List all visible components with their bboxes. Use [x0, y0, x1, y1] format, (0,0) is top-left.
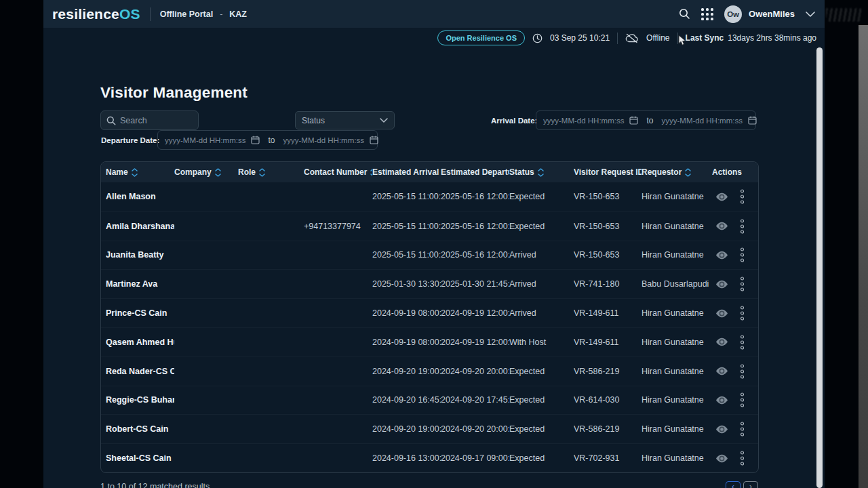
current-datetime: 03 Sep 25 10:21: [550, 33, 610, 43]
view-icon[interactable]: [715, 454, 728, 463]
calendar-icon[interactable]: [370, 136, 378, 144]
view-icon[interactable]: [715, 222, 728, 230]
calendar-icon[interactable]: [251, 136, 260, 144]
column-header-name[interactable]: Name: [106, 167, 174, 177]
kebab-menu-icon[interactable]: [740, 364, 745, 379]
view-icon[interactable]: [715, 280, 728, 289]
table-row[interactable]: Reda Nader-CS Ca 2024-09-20 19:00:00 202…: [101, 357, 758, 386]
table-body: Allen Mason 2025-05-15 11:00:00 2025-05-…: [101, 182, 758, 472]
cell-requestor: Hiran Gunatatne: [642, 367, 712, 376]
cell-actions: [712, 392, 758, 407]
calendar-icon[interactable]: [748, 116, 757, 125]
app-window: resilienceOS Offline Portal - KAZ Ow Owe…: [43, 0, 825, 488]
cell-actions: [712, 451, 758, 466]
calendar-icon[interactable]: [629, 116, 638, 125]
view-icon[interactable]: [715, 367, 728, 375]
cell-estimated-arrival: 2024-09-20 19:00:00: [372, 367, 441, 376]
vertical-scrollbar-thumb[interactable]: [816, 47, 823, 488]
kebab-menu-icon[interactable]: [740, 277, 745, 291]
column-header-status[interactable]: Status: [509, 167, 574, 177]
cell-status: With Host: [509, 338, 574, 347]
search-icon[interactable]: [679, 8, 690, 20]
column-header-contact-number[interactable]: Contact Number: [304, 167, 372, 177]
column-header-visitor-request-id[interactable]: Visitor Request ID: [574, 167, 642, 177]
sort-icon: [132, 168, 138, 177]
column-header-requestor[interactable]: Requestor: [642, 167, 712, 177]
arrival-to-input[interactable]: yyyy-MM-dd HH:mm:ss: [661, 117, 742, 125]
page-title: Visitor Management: [100, 84, 248, 102]
kebab-menu-icon[interactable]: [740, 306, 745, 321]
departure-from-input[interactable]: yyyy-MM-dd HH:mm:ss: [165, 136, 245, 144]
column-header-actions: Actions: [712, 167, 758, 177]
table-row[interactable]: Martinez Ava 2025-01-30 13:30:00 2025-01…: [101, 269, 758, 298]
table-row[interactable]: Reggie-CS Buhari 2024-09-20 16:45:00 202…: [101, 386, 758, 415]
cell-status: Expected: [509, 424, 574, 434]
kebab-menu-icon[interactable]: [740, 422, 745, 436]
table-row[interactable]: Amila Dharshana +94713377974 2025-05-15 …: [101, 211, 758, 241]
kebab-menu-icon[interactable]: [740, 247, 745, 262]
cell-requestor: Hiran Gunatatne: [642, 453, 712, 463]
kebab-menu-icon[interactable]: [740, 189, 745, 204]
cell-requestor: Hiran Gunatatne: [642, 424, 712, 434]
brand-logo: resilienceOS: [52, 6, 140, 22]
table-row[interactable]: Allen Mason 2025-05-15 11:00:00 2025-05-…: [101, 182, 758, 211]
sort-icon: [259, 168, 265, 177]
brand-prefix: resilience: [52, 6, 119, 22]
portal-label: Offline Portal: [160, 9, 213, 19]
clock-icon: [532, 33, 542, 43]
cell-status: Arrived: [509, 250, 574, 260]
site-code[interactable]: KAZ: [229, 9, 247, 19]
cell-requestor: Hiran Gunatatne: [642, 192, 712, 201]
user-name[interactable]: OwenMiles: [749, 9, 795, 19]
column-header-estimated-arrival-date[interactable]: Estimated Arrival Date: [372, 167, 441, 177]
view-icon[interactable]: [715, 251, 728, 260]
chevron-down-icon[interactable]: [806, 12, 815, 17]
kebab-menu-icon[interactable]: [740, 392, 745, 407]
arrival-from-input[interactable]: yyyy-MM-dd HH:mm:ss: [543, 117, 624, 125]
kebab-menu-icon[interactable]: [740, 451, 745, 466]
departure-date-label: Departure Date:: [101, 136, 159, 144]
pagination-prev-button[interactable]: ‹: [726, 481, 741, 488]
departure-to-input[interactable]: yyyy-MM-dd HH:mm:ss: [283, 136, 363, 144]
cell-visitor-request-id: VR-150-653: [574, 250, 642, 260]
view-icon[interactable]: [715, 425, 728, 434]
open-resilience-os-button[interactable]: Open Resilience OS: [437, 30, 525, 45]
column-header-estimated-departure-date[interactable]: Estimated Departure Date: [441, 167, 509, 177]
cell-requestor: Hiran Gunatatne: [642, 395, 712, 405]
table-row[interactable]: Juanita Beatty 2025-05-15 11:00:00 2025-…: [101, 241, 758, 270]
arrival-date-label: Arrival Date:: [491, 117, 537, 125]
cell-visitor-request-id: VR-150-653: [574, 222, 642, 231]
view-icon[interactable]: [715, 338, 728, 346]
kebab-menu-icon[interactable]: [740, 335, 745, 350]
cell-estimated-arrival: 2024-09-19 08:00:00: [372, 338, 441, 347]
table-row[interactable]: Prince-CS Cain 2024-09-19 08:00:00 2024-…: [101, 298, 758, 327]
column-header-company[interactable]: Company: [174, 167, 238, 177]
view-icon[interactable]: [715, 396, 728, 405]
table-row[interactable]: Robert-CS Cain 2024-09-20 19:00:00 2024-…: [101, 414, 758, 443]
view-icon[interactable]: [715, 309, 728, 318]
kebab-menu-icon[interactable]: [740, 219, 745, 234]
arrival-date-range: yyyy-MM-dd HH:mm:ss to yyyy-MM-dd HH:mm:…: [536, 110, 756, 130]
app-grid-icon[interactable]: [701, 8, 713, 20]
table-header-row: Name Company Role Contact Number Estimat…: [101, 162, 758, 182]
avatar[interactable]: Ow: [724, 5, 742, 23]
cell-actions: [712, 219, 758, 234]
range-separator: to: [646, 116, 653, 125]
cell-estimated-arrival: 2024-09-20 19:00:00: [372, 424, 441, 434]
table-row[interactable]: Qasem Ahmed Hus 2024-09-19 08:00:00 2024…: [101, 327, 758, 357]
pagination-next-button[interactable]: ›: [743, 481, 758, 488]
table-row[interactable]: Sheetal-CS Cain 2024-09-16 13:00:00 2024…: [101, 443, 758, 472]
screen-edge-strip: [859, 25, 868, 488]
cell-name: Martinez Ava: [106, 279, 174, 289]
cell-visitor-request-id: VR-149-611: [574, 308, 642, 318]
cell-status: Arrived: [509, 308, 574, 318]
results-summary: 1 to 10 of 12 matched results: [100, 482, 210, 488]
status-filter-select[interactable]: Status: [295, 111, 395, 129]
cell-estimated-departure: 2024-09-17 09:00:00: [441, 453, 509, 463]
column-header-role[interactable]: Role: [238, 167, 304, 177]
search-input[interactable]: [120, 116, 193, 125]
brand-suffix: OS: [119, 6, 140, 22]
cell-status: Arrived: [509, 279, 574, 289]
cell-name: Reggie-CS Buhari: [106, 395, 174, 405]
view-icon[interactable]: [715, 192, 728, 201]
